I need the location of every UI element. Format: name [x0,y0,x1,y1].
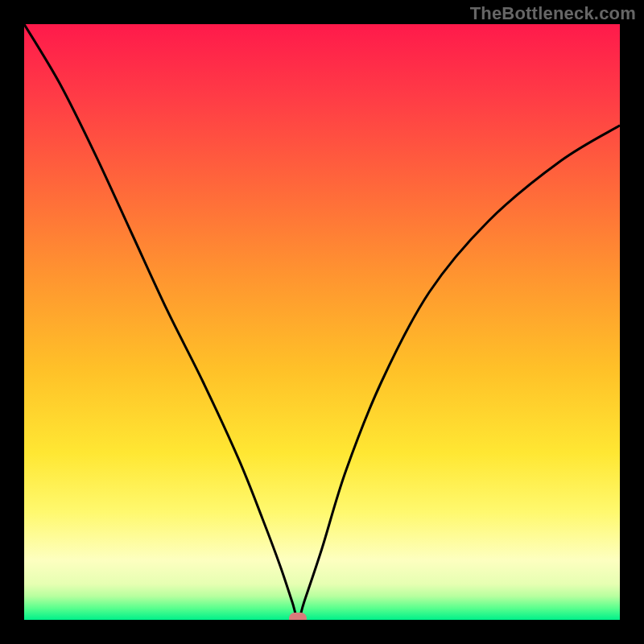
minimum-marker [289,613,307,620]
curve-path [24,24,620,620]
watermark-text: TheBottleneck.com [470,3,636,24]
chart-frame: TheBottleneck.com [0,0,644,644]
plot-area [24,24,620,620]
curve-line [24,24,620,620]
